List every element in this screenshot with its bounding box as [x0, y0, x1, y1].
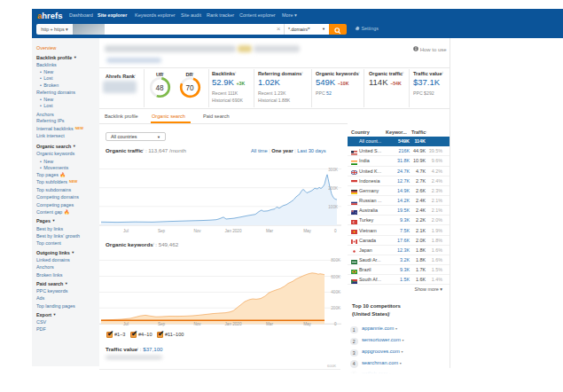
svg-text:70: 70: [185, 83, 194, 91]
svg-text:0: 0: [334, 322, 337, 326]
svg-text:Mar: Mar: [266, 229, 273, 233]
svg-text:48: 48: [155, 83, 164, 91]
svg-text:100K: 100K: [328, 205, 339, 209]
svg-text:Jul: Jul: [123, 229, 129, 233]
svg-text:800K: 800K: [331, 258, 341, 263]
svg-text:Jan 2020: Jan 2020: [225, 229, 242, 233]
svg-text:Nov: Nov: [193, 322, 201, 326]
svg-text:Mar: Mar: [266, 322, 273, 326]
svg-text:300K: 300K: [328, 168, 339, 172]
svg-text:600K: 600K: [331, 275, 341, 279]
svg-text:0: 0: [334, 229, 337, 233]
svg-text:Jan 2020: Jan 2020: [225, 322, 242, 326]
svg-text:Sep: Sep: [158, 229, 166, 233]
svg-text:400K: 400K: [331, 290, 341, 294]
svg-text:Sep: Sep: [158, 322, 166, 326]
svg-text:Jul: Jul: [123, 322, 129, 326]
svg-text:200K: 200K: [331, 306, 341, 310]
svg-text:Nov: Nov: [193, 229, 201, 233]
svg-text:200K: 200K: [328, 186, 339, 191]
svg-text:May: May: [303, 322, 311, 326]
svg-text:May: May: [303, 229, 311, 233]
